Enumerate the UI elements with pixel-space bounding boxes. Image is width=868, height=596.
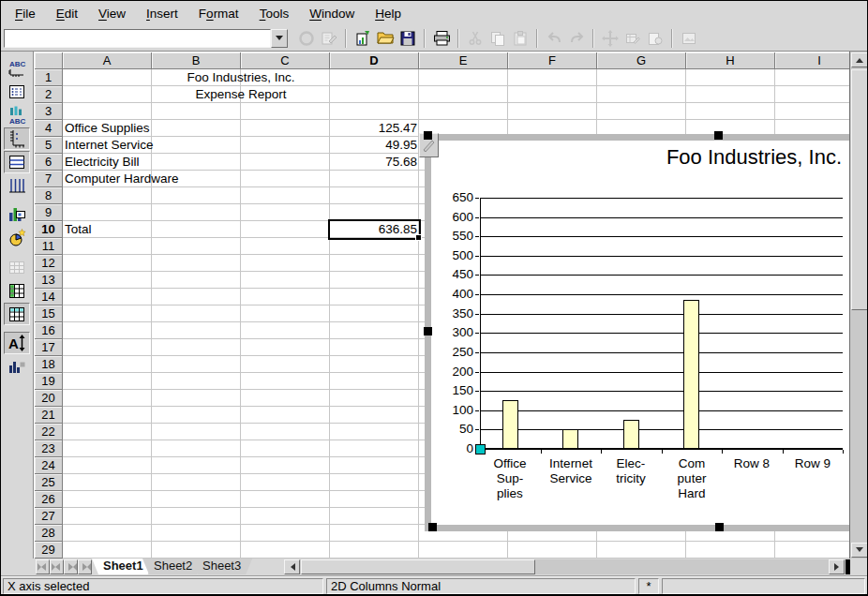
- row-header-1[interactable]: 1: [35, 69, 63, 86]
- row-header-4[interactable]: 4: [35, 120, 63, 137]
- menu-tools[interactable]: Tools: [249, 7, 300, 21]
- cell-A10[interactable]: Total: [63, 221, 152, 238]
- split-handle[interactable]: [846, 559, 850, 574]
- scroll-right-button[interactable]: [829, 559, 845, 574]
- axis-descriptions-button[interactable]: [4, 127, 30, 150]
- row-header-26[interactable]: 26: [35, 491, 63, 508]
- new-document-icon[interactable]: [352, 27, 374, 50]
- fill-handle[interactable]: [415, 234, 422, 241]
- row-header-25[interactable]: 25: [35, 474, 63, 491]
- reorganize-chart-button[interactable]: [4, 355, 30, 378]
- x-axis-label-3[interactable]: ComputerHard: [662, 456, 722, 501]
- column-header-I[interactable]: I: [775, 52, 850, 69]
- column-header-D[interactable]: D: [330, 52, 419, 69]
- column-header-A[interactable]: A: [63, 52, 152, 69]
- row-header-3[interactable]: 3: [35, 103, 63, 120]
- row-header-5[interactable]: 5: [35, 137, 63, 154]
- data-in-columns-button[interactable]: [4, 303, 30, 325]
- column-header-G[interactable]: G: [597, 52, 686, 69]
- cell-D6[interactable]: 75.68: [330, 154, 419, 171]
- chart-selection-handle-bottom-left[interactable]: [428, 523, 437, 531]
- cell-B2[interactable]: Expense Report: [152, 86, 330, 103]
- combo-dropdown-button[interactable]: [271, 29, 288, 48]
- menu-window[interactable]: Window: [299, 7, 365, 21]
- row-header-6[interactable]: 6: [35, 154, 63, 171]
- x-axis-label-5[interactable]: Row 9: [783, 456, 843, 471]
- cell-B1[interactable]: Foo Industries, Inc.: [152, 69, 330, 86]
- row-header-14[interactable]: 14: [35, 289, 63, 305]
- previous-sheet-button[interactable]: [50, 559, 64, 574]
- scale-text-button[interactable]: A: [4, 332, 30, 354]
- row-header-10[interactable]: 10: [35, 221, 63, 238]
- cell-D5[interactable]: 49.95: [330, 137, 419, 154]
- row-header-18[interactable]: 18: [35, 356, 63, 373]
- row-header-27[interactable]: 27: [35, 508, 63, 525]
- url-input[interactable]: [4, 29, 271, 48]
- url-combobox[interactable]: [4, 29, 288, 48]
- chart-selection-handle-left-center[interactable]: [424, 327, 432, 335]
- next-sheet-button[interactable]: [64, 559, 78, 574]
- row-header-15[interactable]: 15: [35, 305, 63, 322]
- menu-view[interactable]: View: [88, 7, 136, 21]
- chart-selection-handle-top-center[interactable]: [714, 131, 723, 140]
- menu-edit[interactable]: Edit: [46, 7, 88, 21]
- horizontal-grid-button[interactable]: [4, 151, 30, 173]
- row-header-2[interactable]: 2: [35, 86, 63, 103]
- row-header-8[interactable]: 8: [35, 187, 63, 204]
- bar-office-sup-plies[interactable]: [502, 400, 518, 449]
- cell-A4[interactable]: Office Supplies: [63, 120, 241, 137]
- autoformat-chart-button[interactable]: [4, 227, 30, 249]
- bar-elec-tricity[interactable]: [623, 420, 639, 449]
- row-header-17[interactable]: 17: [35, 339, 63, 356]
- row-header-19[interactable]: 19: [35, 373, 63, 390]
- row-header-12[interactable]: 12: [35, 255, 63, 272]
- row-header-21[interactable]: 21: [35, 407, 63, 424]
- row-header-16[interactable]: 16: [35, 322, 63, 339]
- x-axis-label-2[interactable]: Elec-tricity: [601, 456, 661, 486]
- row-header-13[interactable]: 13: [35, 272, 63, 289]
- row-header-20[interactable]: 20: [35, 390, 63, 407]
- scroll-left-button[interactable]: [284, 559, 300, 574]
- data-in-rows-button[interactable]: [4, 279, 30, 302]
- sheet-tab-sheet3[interactable]: Sheet3: [191, 559, 252, 574]
- vertical-grid-button[interactable]: [4, 174, 30, 197]
- menu-insert[interactable]: Insert: [136, 7, 188, 21]
- x-axis-label-4[interactable]: Row 8: [722, 456, 782, 471]
- bar-com-puter-hard[interactable]: [683, 300, 699, 449]
- menu-file[interactable]: File: [5, 7, 46, 21]
- first-sheet-button[interactable]: [36, 559, 50, 574]
- x-axis-selection-handle[interactable]: [475, 444, 486, 454]
- titles-on-off-button[interactable]: ABC: [4, 57, 30, 80]
- row-header-24[interactable]: 24: [35, 457, 63, 474]
- column-header-F[interactable]: F: [508, 52, 597, 69]
- row-header-7[interactable]: 7: [35, 171, 63, 187]
- row-header-9[interactable]: 9: [35, 204, 63, 221]
- select-all-corner[interactable]: [35, 52, 63, 69]
- row-header-29[interactable]: 29: [35, 542, 63, 559]
- menu-format[interactable]: Format: [188, 7, 249, 21]
- column-header-C[interactable]: C: [241, 52, 330, 69]
- save-icon[interactable]: [397, 27, 419, 50]
- print-icon[interactable]: [430, 27, 453, 50]
- x-axis-label-0[interactable]: OfficeSup-plies: [480, 456, 540, 501]
- row-header-11[interactable]: 11: [35, 238, 63, 255]
- scroll-down-button[interactable]: [851, 543, 868, 558]
- chart-title[interactable]: Foo Industries, Inc.: [666, 145, 842, 170]
- row-header-22[interactable]: 22: [35, 424, 63, 440]
- chart-selection-handle-bottom-center[interactable]: [715, 523, 724, 531]
- horizontal-scrollbar[interactable]: [284, 559, 850, 574]
- scroll-up-button[interactable]: [851, 52, 868, 67]
- cell-A5[interactable]: Internet Service: [63, 137, 241, 154]
- horizontal-scroll-thumb[interactable]: [301, 559, 535, 574]
- bar-internet-service[interactable]: [562, 429, 578, 449]
- y-axis-line[interactable]: [480, 198, 481, 449]
- column-header-E[interactable]: E: [419, 52, 508, 69]
- column-header-H[interactable]: H: [686, 52, 775, 69]
- last-sheet-button[interactable]: [78, 559, 92, 574]
- row-header-23[interactable]: 23: [35, 440, 63, 457]
- edit-chart-type-button[interactable]: [4, 203, 30, 226]
- x-axis-label-1[interactable]: InternetService: [541, 456, 601, 486]
- menu-help[interactable]: Help: [365, 7, 412, 21]
- column-header-B[interactable]: B: [152, 52, 241, 69]
- open-icon[interactable]: [374, 27, 397, 50]
